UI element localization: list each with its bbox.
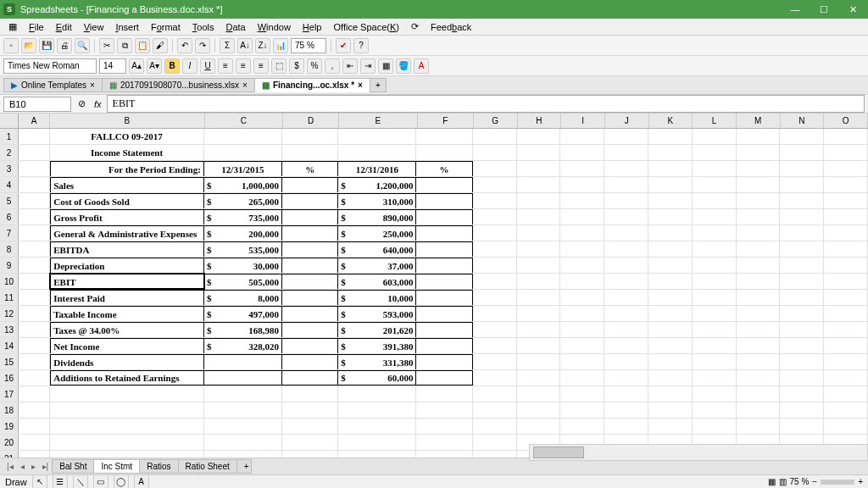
copy-icon[interactable]: ⧉ xyxy=(117,38,132,53)
currency-icon[interactable]: $ xyxy=(289,58,304,74)
sheet-tab-ratiosheet[interactable]: Ratio Sheet xyxy=(178,459,237,474)
cell[interactable] xyxy=(473,402,517,418)
cell[interactable] xyxy=(517,209,561,225)
cell[interactable]: 12/31/2015 xyxy=(204,161,282,176)
col-header-A[interactable]: A xyxy=(19,114,50,128)
cell[interactable] xyxy=(473,290,517,305)
cell[interactable]: $640,000 xyxy=(338,241,416,257)
cell[interactable]: Net Income xyxy=(50,338,204,353)
underline-button[interactable]: U xyxy=(200,58,215,74)
cell[interactable]: 12/31/2016 xyxy=(338,161,416,176)
cell[interactable] xyxy=(560,177,604,192)
font-color-icon[interactable]: A xyxy=(414,58,429,74)
cell[interactable] xyxy=(824,274,868,289)
cell[interactable] xyxy=(560,322,604,337)
cell[interactable] xyxy=(282,209,338,225)
cell[interactable] xyxy=(648,177,693,192)
cell[interactable] xyxy=(416,145,472,160)
cell[interactable] xyxy=(517,306,561,321)
cell[interactable] xyxy=(282,225,338,241)
cell[interactable] xyxy=(560,354,604,369)
cell[interactable] xyxy=(416,177,472,192)
cell[interactable] xyxy=(473,419,517,434)
cell[interactable] xyxy=(50,435,204,450)
draw-oval-icon[interactable]: ◯ xyxy=(114,474,129,489)
cell[interactable] xyxy=(648,402,693,418)
cell[interactable] xyxy=(648,129,693,144)
cell[interactable] xyxy=(737,225,781,241)
cell[interactable] xyxy=(560,193,604,208)
cell[interactable] xyxy=(824,177,868,192)
cell[interactable] xyxy=(282,145,338,160)
cell[interactable]: EBITDA xyxy=(50,241,204,257)
align-left-icon[interactable]: ≡ xyxy=(218,58,233,74)
cell[interactable] xyxy=(473,225,517,241)
cell[interactable]: $250,000 xyxy=(338,225,416,241)
percent-icon[interactable]: % xyxy=(307,58,322,74)
cell[interactable] xyxy=(204,370,282,385)
cell[interactable] xyxy=(282,129,338,144)
col-header-N[interactable]: N xyxy=(781,114,825,128)
cell[interactable] xyxy=(416,274,472,289)
font-combo[interactable]: Times New Roman xyxy=(3,58,97,74)
cell[interactable] xyxy=(473,354,517,369)
app-menu-icon[interactable]: ▦ xyxy=(3,19,22,34)
cell[interactable] xyxy=(560,274,604,289)
cell[interactable] xyxy=(693,338,737,353)
view-pagebreak-icon[interactable]: ▥ xyxy=(779,477,787,486)
cell[interactable] xyxy=(604,402,648,418)
col-header-L[interactable]: L xyxy=(693,114,737,128)
cell[interactable] xyxy=(19,370,50,385)
cell[interactable] xyxy=(517,258,561,273)
row-header[interactable]: 9 xyxy=(0,258,19,273)
cell[interactable] xyxy=(416,306,472,321)
cell[interactable] xyxy=(780,402,824,418)
redo-icon[interactable]: ↷ xyxy=(195,38,210,53)
cell[interactable] xyxy=(416,322,472,337)
cell[interactable] xyxy=(648,161,693,176)
cell[interactable] xyxy=(780,306,824,321)
cell[interactable] xyxy=(693,290,737,305)
cell[interactable] xyxy=(780,129,824,144)
increase-font-icon[interactable]: A▴ xyxy=(129,58,144,74)
cell[interactable] xyxy=(604,370,648,385)
cell[interactable] xyxy=(473,435,517,450)
cell[interactable] xyxy=(560,402,604,418)
sort-asc-icon[interactable]: A↓ xyxy=(237,38,253,53)
cell[interactable] xyxy=(648,193,693,208)
cell[interactable] xyxy=(604,161,648,176)
close-button[interactable]: ✕ xyxy=(841,2,865,17)
cell[interactable] xyxy=(604,129,648,144)
cell[interactable] xyxy=(824,386,868,402)
cell[interactable] xyxy=(282,402,338,418)
cell[interactable] xyxy=(560,145,604,160)
cell[interactable]: Taxable Income xyxy=(50,306,204,321)
cell[interactable] xyxy=(604,209,648,225)
row-header[interactable]: 2 xyxy=(0,145,19,160)
cell[interactable] xyxy=(693,354,737,369)
cell[interactable] xyxy=(560,306,604,321)
cell[interactable] xyxy=(19,258,50,273)
cell[interactable]: $535,000 xyxy=(204,241,282,257)
cell[interactable] xyxy=(416,193,472,208)
row-header[interactable]: 11 xyxy=(0,290,19,305)
cell[interactable] xyxy=(204,129,282,144)
last-sheet-icon[interactable]: ▸| xyxy=(39,462,53,471)
cell[interactable] xyxy=(780,145,824,160)
cell[interactable] xyxy=(604,193,648,208)
cell[interactable] xyxy=(517,354,561,369)
cell[interactable]: $10,000 xyxy=(338,290,416,305)
cell[interactable] xyxy=(416,435,472,450)
cell[interactable] xyxy=(416,225,472,241)
zoom-combo[interactable]: 75 % xyxy=(291,38,326,53)
cell[interactable] xyxy=(604,241,648,257)
cell[interactable] xyxy=(19,129,50,144)
menu-format[interactable]: Format xyxy=(146,20,186,34)
cell[interactable] xyxy=(737,306,781,321)
col-header-C[interactable]: C xyxy=(205,114,283,128)
cell[interactable] xyxy=(780,274,824,289)
cell[interactable] xyxy=(282,177,338,192)
cell[interactable] xyxy=(780,354,824,369)
cell[interactable]: $1,000,000 xyxy=(204,177,282,192)
cell[interactable] xyxy=(824,241,868,257)
